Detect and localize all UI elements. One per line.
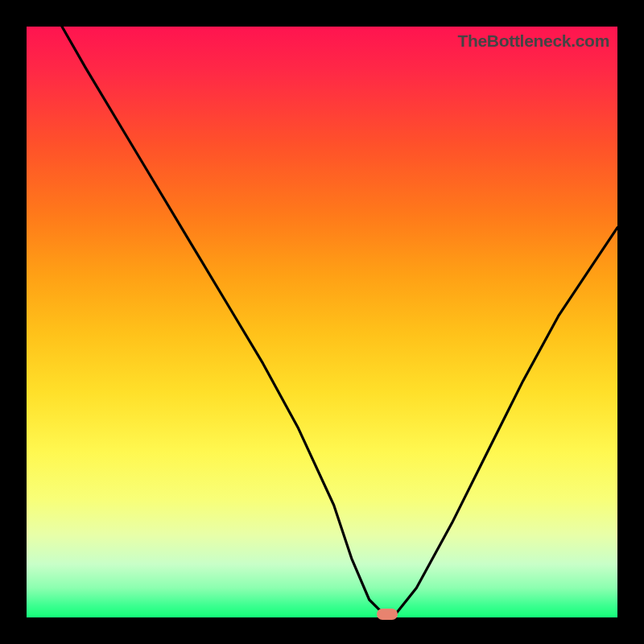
curve-path xyxy=(62,27,617,617)
bottleneck-curve xyxy=(27,27,617,617)
optimal-point-marker xyxy=(377,609,398,620)
plot-area: TheBottleneck.com xyxy=(27,27,617,617)
chart-stage: TheBottleneck.com xyxy=(0,0,644,644)
